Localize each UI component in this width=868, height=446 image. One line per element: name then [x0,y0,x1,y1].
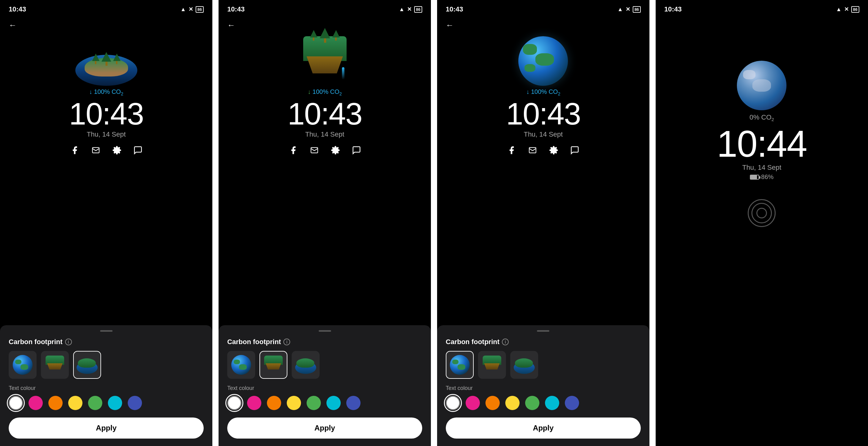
trees-1 [92,54,121,64]
svg-rect-1 [311,147,318,153]
mini-float-bot-2 [266,363,281,370]
tree-1c [113,54,121,64]
float-trees-2 [310,30,340,41]
float-waterfall-2 [342,67,344,79]
clock-2: 10:43 [287,98,362,129]
text-colour-label-1: Text colour [9,385,204,391]
widget-option-earth-1[interactable] [9,351,37,379]
divider-1 [212,0,219,446]
mini-float-bot-1 [47,363,63,370]
widget-options-1 [9,351,204,379]
widget-option-circular-1[interactable] [73,351,101,379]
info-icon-2[interactable]: i [283,339,290,345]
message-icon-1 [132,145,144,156]
co2-arrow-1: ↓ [89,88,92,95]
status-bar-1: 10:43 ▲ ✕ 86 [0,0,212,18]
back-button-1[interactable]: ← [9,21,17,30]
x-icon-4: ✕ [844,6,849,13]
float-base-2 [305,56,345,73]
widget-option-earth-3[interactable] [446,351,474,379]
colour-pink-1[interactable] [29,396,43,410]
divider-2 [431,0,437,446]
text-colour-label-2: Text colour [227,385,422,391]
clock-3: 10:43 [506,98,580,129]
date-1: Thu, 14 Sept [87,130,126,138]
colour-orange-2[interactable] [267,396,281,410]
colour-cyan-3[interactable] [545,396,559,410]
co2-arrow-3: ↓ [526,88,529,95]
info-icon-1[interactable]: i [65,339,72,345]
colour-orange-1[interactable] [49,396,63,410]
phone-panel-3: 10:43 ▲ ✕ 86 ← ↓ 100% CO2 10:43 Thu, 14 … [437,0,649,446]
widget-option-float-1[interactable] [41,351,69,379]
apply-button-3[interactable]: Apply [446,417,641,439]
divider-3 [649,0,656,446]
x-icon-1: ✕ [188,6,193,13]
float-tree-2a [310,30,317,41]
apply-button-2[interactable]: Apply [227,417,422,439]
bottom-sheet-3: Carbon footprint i Text colour [437,325,649,446]
colour-white-2[interactable] [227,396,242,410]
widget-option-circular-3[interactable] [510,351,538,379]
mini-earth-1 [13,355,33,375]
back-button-3[interactable]: ← [446,21,454,30]
phone-panel-2: 10:43 ▲ ✕ 86 ← [219,0,431,446]
colour-pink-3[interactable] [466,396,480,410]
colour-green-1[interactable] [88,396,102,410]
colour-row-2 [227,396,422,410]
apply-button-1[interactable]: Apply [9,417,204,439]
lockscreen-3: ↓ 100% CO2 10:43 Thu, 14 Sept [437,33,649,325]
colour-white-3[interactable] [446,396,460,410]
status-icons-3: ▲ ✕ 86 [618,6,641,13]
lockscreen-1: ↓ 100% CO2 10:43 Thu, 14 Sept [0,33,212,325]
status-time-3: 10:43 [446,5,463,13]
settings-icon-3 [548,145,560,156]
info-icon-3[interactable]: i [502,339,509,345]
carbon-footprint-label-3: Carbon footprint [446,338,500,346]
widget-option-circular-2[interactable] [292,351,320,379]
widget-option-float-3[interactable] [478,351,506,379]
widget-option-float-2[interactable] [259,351,287,379]
message-icon-2 [350,145,363,156]
colour-green-2[interactable] [307,396,321,410]
lockscreen-4: 0% CO2 10:44 Thu, 14 Sept 86% [656,18,868,446]
tree-1b [101,52,111,66]
target-rings-icon-4 [748,199,776,227]
status-bar-3: 10:43 ▲ ✕ 86 [437,0,649,18]
colour-blue-1[interactable] [128,396,142,410]
co2-value-3: 100% CO [531,88,558,95]
facebook-icon-3 [505,145,518,156]
moon-planet-4 [737,61,786,110]
widget-option-earth-2[interactable] [227,351,255,379]
colour-pink-2[interactable] [247,396,261,410]
facebook-icon-2 [287,145,300,156]
colour-cyan-2[interactable] [327,396,341,410]
x-icon-2: ✕ [407,6,412,13]
tree-1a [92,54,99,64]
colour-yellow-2[interactable] [287,396,301,410]
carbon-footprint-label-1: Carbon footprint [9,338,63,346]
colour-blue-3[interactable] [565,396,579,410]
colour-blue-2[interactable] [346,396,361,410]
sheet-handle-1 [100,330,113,332]
status-bar-4: 10:43 ▲ ✕ 86 [656,0,868,18]
mini-circ-3 [514,356,535,374]
target-icon-area-4 [748,199,776,227]
co2-label-2: ↓ 100% CO2 [308,88,342,96]
co2-label-3: ↓ 100% CO2 [526,88,560,96]
colour-cyan-1[interactable] [108,396,122,410]
carbon-footprint-label-2: Carbon footprint [227,338,281,346]
phone-panel-1: 10:43 ▲ ✕ 86 ← [0,0,212,446]
colour-white-1[interactable] [9,396,23,410]
colour-yellow-3[interactable] [505,396,520,410]
battery-icon-4: 86 [851,6,859,13]
status-icons-4: ▲ ✕ 86 [836,6,859,13]
settings-icon-1 [111,145,123,156]
colour-orange-3[interactable] [486,396,500,410]
sheet-handle-3 [537,330,549,332]
colour-yellow-1[interactable] [68,396,83,410]
colour-green-3[interactable] [525,396,539,410]
globe-land-3 [525,64,535,72]
back-button-2[interactable]: ← [227,21,235,30]
status-time-1: 10:43 [9,5,26,13]
